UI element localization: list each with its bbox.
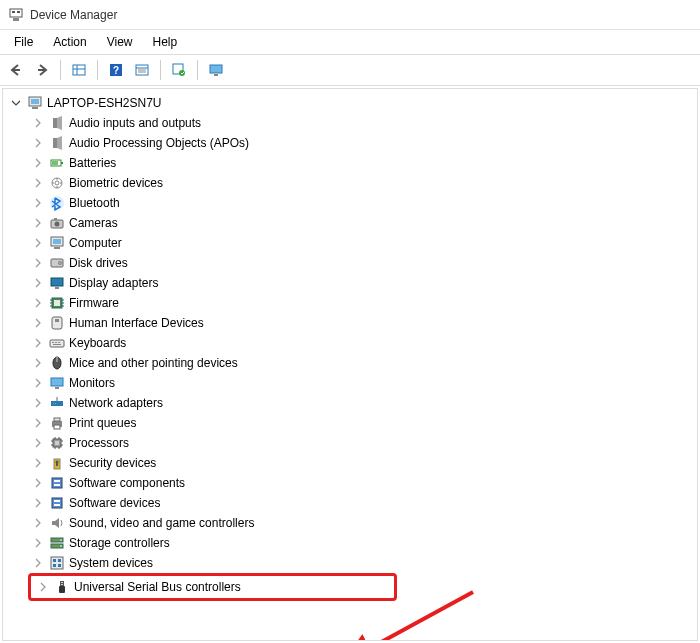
chevron-right-icon[interactable] [31, 276, 45, 290]
svg-rect-92 [58, 559, 61, 562]
display-icon [49, 275, 65, 291]
tree-item[interactable]: Storage controllers [3, 533, 697, 553]
scan-hardware-button[interactable] [167, 58, 191, 82]
chevron-right-icon[interactable] [31, 556, 45, 570]
svg-rect-90 [51, 557, 63, 569]
tree-item[interactable]: Mice and other pointing devices [3, 353, 697, 373]
svg-rect-49 [52, 317, 62, 329]
tree-item[interactable]: Audio Processing Objects (APOs) [3, 133, 697, 153]
svg-rect-3 [13, 18, 19, 21]
svg-point-31 [55, 222, 60, 227]
menu-file[interactable]: File [4, 33, 43, 51]
tree-item[interactable]: Monitors [3, 373, 697, 393]
svg-rect-61 [53, 403, 54, 404]
tree-item[interactable]: Audio inputs and outputs [3, 113, 697, 133]
nav-back-button[interactable] [4, 58, 28, 82]
tree-item[interactable]: Firmware [3, 293, 697, 313]
chevron-right-icon[interactable] [31, 536, 45, 550]
tree-item-label: Software devices [69, 496, 160, 510]
chevron-right-icon[interactable] [31, 336, 45, 350]
tree-item[interactable]: Human Interface Devices [3, 313, 697, 333]
svg-rect-53 [55, 342, 57, 343]
chevron-right-icon[interactable] [31, 376, 45, 390]
menu-view[interactable]: View [97, 33, 143, 51]
computer-icon [49, 235, 65, 251]
svg-rect-83 [52, 498, 62, 508]
chevron-down-icon[interactable] [9, 96, 23, 110]
show-hidden-button[interactable] [67, 58, 91, 82]
monitor-button[interactable] [204, 58, 228, 82]
menu-help[interactable]: Help [143, 33, 188, 51]
svg-rect-81 [54, 480, 60, 482]
tree-item[interactable]: Bluetooth [3, 193, 697, 213]
chevron-right-icon[interactable] [31, 496, 45, 510]
tree-item-label: Network adapters [69, 396, 163, 410]
cpu-icon [49, 435, 65, 451]
tree-item-label: Cameras [69, 216, 118, 230]
hid-icon [49, 315, 65, 331]
tree-item[interactable]: Network adapters [3, 393, 697, 413]
chevron-right-icon[interactable] [31, 156, 45, 170]
svg-rect-95 [60, 581, 64, 586]
chevron-right-icon[interactable] [31, 396, 45, 410]
chevron-right-icon[interactable] [31, 296, 45, 310]
svg-text:?: ? [113, 65, 119, 76]
keyboard-icon [49, 335, 65, 351]
chevron-right-icon[interactable] [31, 216, 45, 230]
tree-item[interactable]: System devices [3, 553, 697, 573]
battery-icon [49, 155, 65, 171]
tree-item[interactable]: Software components [3, 473, 697, 493]
svg-rect-59 [55, 387, 59, 389]
svg-rect-25 [61, 162, 63, 164]
chevron-right-icon[interactable] [31, 256, 45, 270]
usb-icon [54, 579, 70, 595]
tree-item[interactable]: Processors [3, 433, 697, 453]
tree-item[interactable]: Disk drives [3, 253, 697, 273]
disk-icon [49, 255, 65, 271]
tree-item[interactable]: Sound, video and game controllers [3, 513, 697, 533]
svg-rect-2 [17, 11, 20, 13]
chevron-right-icon[interactable] [31, 116, 45, 130]
security-icon [49, 455, 65, 471]
properties-button[interactable] [130, 58, 154, 82]
tree-item-label: Monitors [69, 376, 115, 390]
window-title: Device Manager [30, 8, 117, 22]
tree-item-label: Batteries [69, 156, 116, 170]
chevron-right-icon[interactable] [31, 136, 45, 150]
chevron-right-icon[interactable] [31, 356, 45, 370]
tree-item[interactable]: Biometric devices [3, 173, 697, 193]
tree-item[interactable]: Universal Serial Bus controllers [33, 577, 392, 597]
tree-item[interactable]: Security devices [3, 453, 697, 473]
svg-rect-55 [53, 344, 61, 345]
chevron-right-icon[interactable] [31, 516, 45, 530]
chevron-right-icon[interactable] [31, 236, 45, 250]
chevron-right-icon[interactable] [31, 176, 45, 190]
tree-root[interactable]: LAPTOP-ESH2SN7U [3, 93, 697, 113]
svg-rect-34 [53, 239, 61, 244]
sound-icon [49, 515, 65, 531]
chevron-right-icon[interactable] [31, 476, 45, 490]
firmware-icon [49, 295, 65, 311]
tree-item[interactable]: Cameras [3, 213, 697, 233]
chevron-right-icon[interactable] [31, 416, 45, 430]
svg-rect-21 [32, 107, 38, 109]
help-button[interactable]: ? [104, 58, 128, 82]
tree-item[interactable]: Display adapters [3, 273, 697, 293]
tree-item-label: Mice and other pointing devices [69, 356, 238, 370]
tree-item[interactable]: Batteries [3, 153, 697, 173]
audio-icon [49, 115, 65, 131]
svg-rect-4 [12, 69, 20, 71]
chevron-right-icon[interactable] [31, 436, 45, 450]
software-icon [49, 475, 65, 491]
chevron-right-icon[interactable] [31, 196, 45, 210]
tree-item[interactable]: Computer [3, 233, 697, 253]
nav-forward-button[interactable] [30, 58, 54, 82]
tree-item[interactable]: Software devices [3, 493, 697, 513]
chevron-right-icon[interactable] [36, 580, 50, 594]
chevron-right-icon[interactable] [31, 456, 45, 470]
chevron-right-icon[interactable] [31, 316, 45, 330]
tree-item-label: Security devices [69, 456, 156, 470]
menu-action[interactable]: Action [43, 33, 96, 51]
tree-item[interactable]: Print queues [3, 413, 697, 433]
tree-item[interactable]: Keyboards [3, 333, 697, 353]
